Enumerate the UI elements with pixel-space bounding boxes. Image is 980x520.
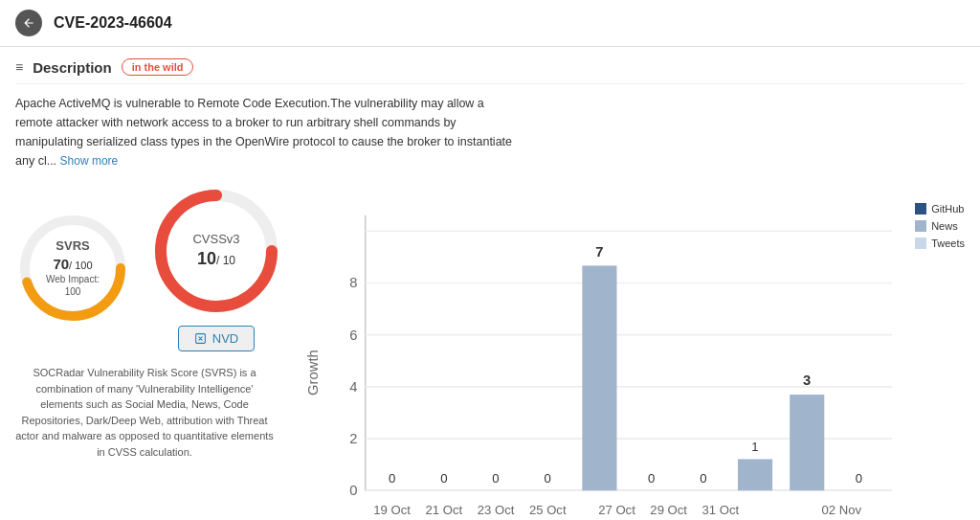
svg-text:3: 3 <box>803 373 811 388</box>
svg-rect-27 <box>582 266 616 491</box>
cvss-label: CVSSv3 10/ 10 <box>192 232 239 270</box>
page-title: CVE-2023-46604 <box>54 14 172 32</box>
bar-chart: 0 2 4 6 8 Growth 0 0 <box>302 184 900 520</box>
svg-text:0: 0 <box>545 471 551 486</box>
svg-text:1: 1 <box>751 440 758 454</box>
show-more-link[interactable]: Show more <box>60 154 119 168</box>
cvss-gauge: CVSSv3 10/ 10 <box>149 184 283 318</box>
back-button[interactable] <box>15 10 42 36</box>
svg-text:0: 0 <box>349 483 357 498</box>
svg-text:29 Oct: 29 Oct <box>650 503 687 517</box>
svg-text:0: 0 <box>492 471 499 486</box>
svg-text:19 Oct: 19 Oct <box>373 503 411 517</box>
svg-text:6: 6 <box>349 328 357 343</box>
svg-text:0: 0 <box>389 471 395 486</box>
svg-rect-33 <box>738 460 772 491</box>
in-wild-badge: in the wild <box>122 58 194 76</box>
gauges-row: SVRS 70/ 100 Web Impact: 100 CVSSv3 <box>15 184 283 351</box>
legend-github-label: GitHub <box>931 203 964 215</box>
github-color <box>915 203 926 215</box>
news-color <box>915 220 926 232</box>
section-title: Description <box>33 59 112 76</box>
svg-text:0: 0 <box>440 471 447 486</box>
chart-legend: GitHub News Tweets <box>915 203 965 249</box>
svrs-gauge: SVRS 70/ 100 Web Impact: 100 <box>15 211 130 326</box>
tweets-color <box>915 237 926 249</box>
svg-text:02 Nov: 02 Nov <box>822 503 862 517</box>
svg-text:31 Oct: 31 Oct <box>702 503 740 517</box>
svg-text:8: 8 <box>349 276 357 291</box>
description-text: Apache ActiveMQ is vulnerable to Remote … <box>15 94 513 170</box>
svg-text:Growth: Growth <box>305 350 321 396</box>
svg-text:0: 0 <box>700 471 706 486</box>
svrs-description: SOCRadar Vulnerability Risk Score (SVRS)… <box>15 365 274 460</box>
nvd-button[interactable]: NVD <box>178 326 255 351</box>
legend-news-label: News <box>931 220 958 232</box>
legend-github: GitHub <box>915 203 965 215</box>
chart-and-legend: 0 2 4 6 8 Growth 0 0 <box>302 184 965 520</box>
legend-tweets-label: Tweets <box>931 237 965 249</box>
svg-text:2: 2 <box>349 431 357 446</box>
svg-text:0: 0 <box>648 471 655 486</box>
svg-rect-35 <box>790 395 824 490</box>
left-panel: SVRS 70/ 100 Web Impact: 100 CVSSv3 <box>15 184 283 460</box>
chart-panel: 0 2 4 6 8 Growth 0 0 <box>302 184 965 520</box>
svg-text:4: 4 <box>349 379 357 395</box>
svg-text:23 Oct: 23 Oct <box>478 503 515 517</box>
svg-text:27 Oct: 27 Oct <box>598 503 635 517</box>
svg-text:0: 0 <box>856 471 862 486</box>
svg-text:25 Oct: 25 Oct <box>529 503 567 517</box>
description-icon: ≡ <box>15 59 23 75</box>
legend-news: News <box>915 220 965 232</box>
svg-text:7: 7 <box>595 244 603 260</box>
description-header: ≡ Description in the wild <box>15 58 965 84</box>
svg-text:21 Oct: 21 Oct <box>425 503 462 517</box>
legend-tweets: Tweets <box>915 237 965 249</box>
svrs-label: SVRS 70/ 100 Web Impact: 100 <box>44 237 101 297</box>
chart-svg: 0 2 4 6 8 Growth 0 0 <box>302 184 900 520</box>
